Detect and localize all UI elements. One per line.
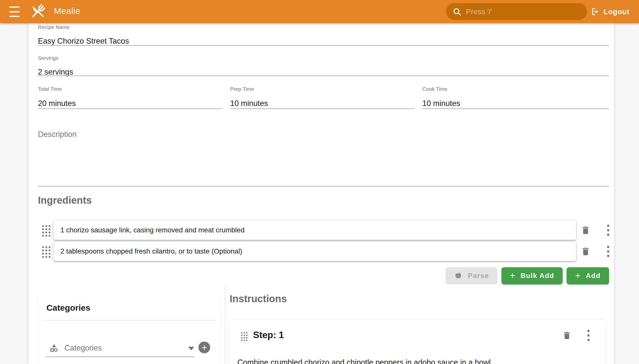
menu-button[interactable] — [9, 6, 24, 18]
search-bar[interactable] — [446, 3, 587, 20]
drag-handle-icon[interactable] — [240, 331, 248, 342]
trash-icon — [581, 225, 591, 235]
recipe-name-input[interactable] — [38, 37, 609, 46]
delete-ingredient-button[interactable] — [579, 242, 592, 261]
app-bar: Mealie Logout — [0, 0, 639, 23]
search-icon — [453, 7, 462, 16]
search-input[interactable] — [466, 8, 581, 16]
prep-time-label: Prep Time — [230, 86, 414, 92]
step-text[interactable]: Combine crumbled chorizo and chipotle pe… — [237, 357, 598, 364]
total-time-label: Total Time — [38, 86, 222, 92]
parse-label: Parse — [468, 272, 489, 280]
categories-select[interactable]: Categories — [46, 340, 194, 356]
ingredient-actions: Parse Bulk Add Add — [446, 267, 609, 284]
recipe-name-field: Recipe Name — [38, 24, 609, 46]
description-field[interactable]: Description — [38, 130, 609, 187]
bulk-add-button[interactable]: Bulk Add — [502, 267, 563, 284]
ingredients-heading: Ingredients — [38, 195, 92, 206]
servings-input[interactable] — [38, 68, 609, 76]
step-title: Step: 1 — [253, 330, 284, 340]
ingredient-input[interactable] — [60, 226, 569, 234]
apple-icon — [454, 272, 463, 280]
cook-time-label: Cook Time — [422, 86, 609, 92]
instruction-step-card: Step: 1 Combine crumbled chorizo and chi… — [229, 319, 606, 364]
ingredient-card — [53, 220, 576, 240]
field-underline — [422, 108, 609, 109]
field-underline — [38, 186, 609, 186]
chevron-down-icon — [188, 347, 194, 350]
ingredient-row — [38, 220, 609, 240]
app-title: Mealie — [54, 6, 80, 16]
kebab-icon — [607, 225, 609, 236]
logout-label: Logout — [603, 8, 629, 16]
ingredient-menu-button[interactable] — [601, 220, 614, 240]
divider — [43, 320, 217, 320]
add-ingredient-button[interactable]: Add — [567, 267, 609, 284]
trash-icon — [581, 246, 591, 256]
total-time-field: Total Time — [38, 86, 222, 108]
ingredient-input[interactable] — [60, 247, 569, 255]
field-underline — [38, 45, 609, 46]
column-divider — [225, 287, 226, 364]
kebab-icon — [607, 246, 609, 257]
field-underline — [38, 76, 609, 76]
mealie-logo-icon[interactable] — [29, 2, 47, 20]
ingredient-menu-button[interactable] — [601, 242, 614, 261]
cook-time-field: Cook Time — [422, 86, 609, 108]
ingredient-card — [53, 242, 576, 261]
categories-select-label: Categories — [64, 344, 102, 352]
bulk-add-label: Bulk Add — [520, 272, 554, 280]
drag-handle-icon[interactable] — [41, 245, 50, 258]
plus-icon — [575, 271, 586, 280]
field-underline — [38, 108, 222, 109]
delete-ingredient-button[interactable] — [579, 220, 592, 240]
drag-handle-icon[interactable] — [41, 224, 50, 236]
app-window: Mealie Logout Recipe Name Servings — [0, 0, 639, 364]
field-underline — [230, 108, 414, 109]
description-label: Description — [38, 130, 609, 139]
categories-title: Categories — [46, 303, 90, 313]
parse-button[interactable]: Parse — [446, 267, 498, 284]
step-menu-button[interactable] — [582, 328, 595, 343]
categories-card: Categories Categories — [38, 296, 221, 364]
logout-button[interactable]: Logout — [591, 4, 629, 19]
delete-step-button[interactable] — [560, 328, 573, 343]
trash-icon — [562, 330, 572, 340]
recipe-name-label: Recipe Name — [38, 24, 609, 30]
servings-label: Servings — [38, 55, 609, 61]
add-label: Add — [586, 272, 600, 280]
select-underline — [46, 356, 194, 357]
plus-icon — [510, 271, 521, 280]
hamburger-icon — [9, 6, 20, 8]
logout-icon — [591, 7, 599, 16]
prep-time-field: Prep Time — [230, 86, 414, 108]
recipe-editor-card: Recipe Name Servings Total Time Prep Tim… — [29, 23, 614, 364]
prep-time-input[interactable] — [230, 99, 414, 108]
instructions-heading: Instructions — [230, 293, 287, 304]
total-time-input[interactable] — [38, 99, 222, 108]
servings-field: Servings — [38, 55, 609, 76]
add-category-button[interactable] — [198, 342, 210, 353]
shapes-icon — [49, 343, 59, 353]
ingredient-row — [38, 242, 609, 261]
kebab-icon — [587, 330, 590, 341]
cook-time-input[interactable] — [422, 99, 609, 108]
